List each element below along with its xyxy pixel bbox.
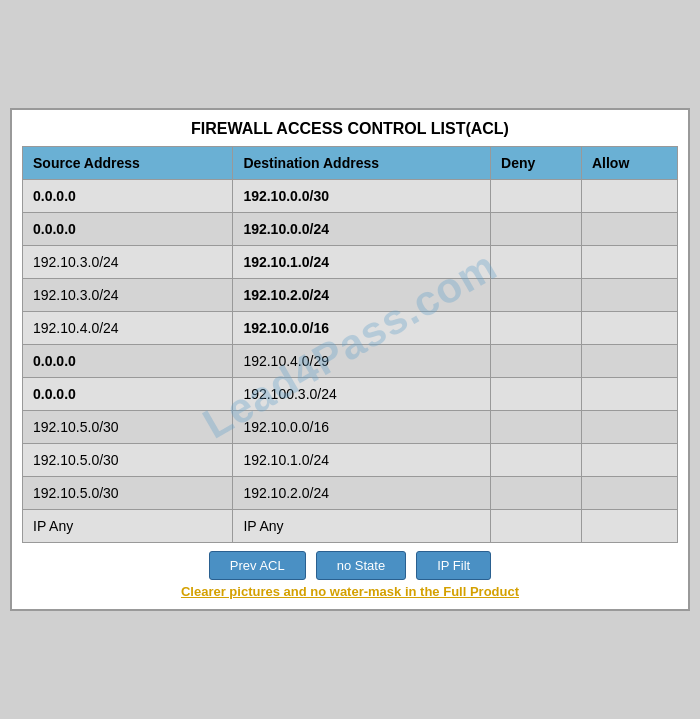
main-container: FIREWALL ACCESS CONTROL LIST(ACL) Lead4P… [10,108,690,611]
table-row: 0.0.0.0192.10.4.0/29 [23,345,678,378]
source-address-cell: 0.0.0.0 [23,345,233,378]
col-allow: Allow [581,147,677,180]
allow-cell [581,378,677,411]
allow-cell [581,510,677,543]
acl-table: Source Address Destination Address Deny … [22,146,678,543]
table-row: 0.0.0.0192.100.3.0/24 [23,378,678,411]
deny-cell [491,444,582,477]
deny-cell [491,279,582,312]
table-row: 192.10.5.0/30192.10.2.0/24 [23,477,678,510]
dest-address-cell: 192.10.4.0/29 [233,345,491,378]
col-dest: Destination Address [233,147,491,180]
no-state-button[interactable]: no State [316,551,406,580]
col-deny: Deny [491,147,582,180]
allow-cell [581,180,677,213]
allow-cell [581,279,677,312]
dest-address-cell: IP Any [233,510,491,543]
source-address-cell: IP Any [23,510,233,543]
deny-cell [491,246,582,279]
source-address-cell: 192.10.4.0/24 [23,312,233,345]
table-row: 192.10.4.0/24192.10.0.0/16 [23,312,678,345]
dest-address-cell: 192.100.3.0/24 [233,378,491,411]
table-header-row: Source Address Destination Address Deny … [23,147,678,180]
allow-cell [581,411,677,444]
dest-address-cell: 192.10.0.0/24 [233,213,491,246]
deny-cell [491,312,582,345]
dest-address-cell: 192.10.0.0/16 [233,411,491,444]
allow-cell [581,246,677,279]
bottom-bar: Prev ACL no State IP Filt Clearer pictur… [22,551,678,599]
table-row: 0.0.0.0192.10.0.0/30 [23,180,678,213]
dest-address-cell: 192.10.2.0/24 [233,477,491,510]
dest-address-cell: 192.10.2.0/24 [233,279,491,312]
deny-cell [491,180,582,213]
source-address-cell: 0.0.0.0 [23,180,233,213]
allow-cell [581,444,677,477]
col-source: Source Address [23,147,233,180]
allow-cell [581,213,677,246]
table-row: 0.0.0.0192.10.0.0/24 [23,213,678,246]
source-address-cell: 192.10.3.0/24 [23,246,233,279]
source-address-cell: 192.10.5.0/30 [23,411,233,444]
dest-address-cell: 192.10.1.0/24 [233,246,491,279]
table-row: 192.10.3.0/24192.10.1.0/24 [23,246,678,279]
dest-address-cell: 192.10.0.0/30 [233,180,491,213]
deny-cell [491,213,582,246]
table-row: 192.10.3.0/24192.10.2.0/24 [23,279,678,312]
page-title: FIREWALL ACCESS CONTROL LIST(ACL) [22,120,678,138]
allow-cell [581,312,677,345]
deny-cell [491,411,582,444]
promo-text: Clearer pictures and no water-mask in th… [181,584,519,599]
source-address-cell: 192.10.5.0/30 [23,444,233,477]
ip-filt-button[interactable]: IP Filt [416,551,491,580]
source-address-cell: 192.10.3.0/24 [23,279,233,312]
deny-cell [491,477,582,510]
source-address-cell: 192.10.5.0/30 [23,477,233,510]
table-row: IP AnyIP Any [23,510,678,543]
deny-cell [491,345,582,378]
dest-address-cell: 192.10.0.0/16 [233,312,491,345]
button-row: Prev ACL no State IP Filt [209,551,491,580]
dest-address-cell: 192.10.1.0/24 [233,444,491,477]
deny-cell [491,378,582,411]
source-address-cell: 0.0.0.0 [23,378,233,411]
allow-cell [581,477,677,510]
source-address-cell: 0.0.0.0 [23,213,233,246]
prev-acl-button[interactable]: Prev ACL [209,551,306,580]
table-row: 192.10.5.0/30192.10.0.0/16 [23,411,678,444]
table-row: 192.10.5.0/30192.10.1.0/24 [23,444,678,477]
deny-cell [491,510,582,543]
allow-cell [581,345,677,378]
